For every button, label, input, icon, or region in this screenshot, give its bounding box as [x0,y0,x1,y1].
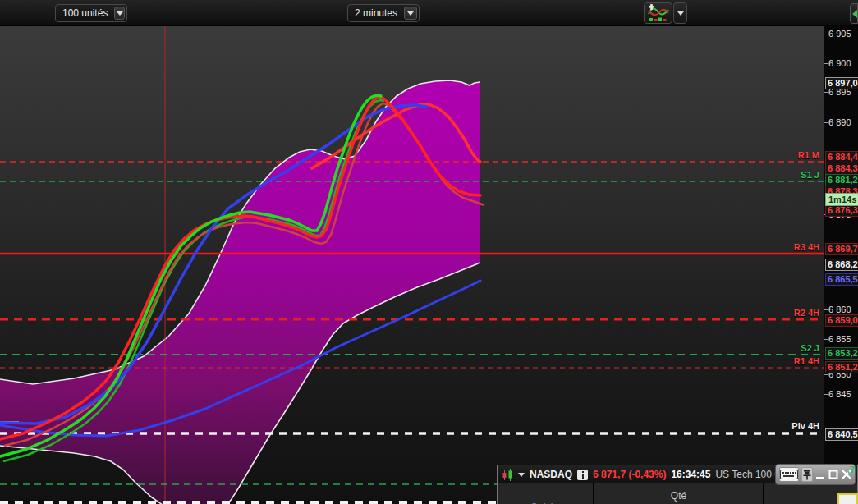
symbol-dropdown-icon[interactable] [518,473,525,477]
units-dropdown[interactable]: 100 unités [55,4,127,22]
level-label-r34h: R3 4H [770,242,819,252]
info-icon[interactable] [577,470,588,480]
top-toolbar: 100 unités 2 minutes [0,0,858,26]
quote-price-change: 6 871,7 (-0,43%) [593,469,666,480]
price-marker-r1m: 6 884,4 [825,151,858,163]
chart-style-button[interactable] [644,2,672,24]
price-marker-red2: 6 884,3 [825,163,858,175]
highlighted-cell-fragment [837,493,858,504]
price-marker-r14h: 6 851,2 [825,361,858,373]
axis-tick: 6 855 [828,334,858,344]
level-label-r1m: R1 M [770,150,819,160]
qty-column-header: Qté [594,483,763,504]
indicator-chart-icon [647,4,670,22]
chart-style-dropdown-button[interactable] [673,2,687,24]
candlestick-icon [502,469,513,481]
price-marker-s2j: 6 853,2 [825,347,858,360]
chevron-down-icon [117,11,123,16]
trading-platform-window: R1 M S1 J R3 4H R2 4H S2 J R1 4H Piv 4H … [0,0,858,504]
timeframe-dropdown-value: 2 minutes [348,7,404,19]
minimize-icon [815,470,825,479]
price-marker-red4: 6 876,3 [825,204,858,217]
price-marker-lower-band: 6 868,2 [825,259,858,271]
chevron-down-icon [677,11,684,16]
timeframe-dropdown[interactable]: 2 minutes [347,4,420,22]
collapse-panel-button[interactable] [850,3,858,24]
price-marker-s1j: 6 881,2 [825,174,858,186]
quote-window[interactable]: NASDAQ 6 871,7 (-0,43%) 16:34:45 US Tech… [497,465,858,504]
level-label-r14h: R1 4H [770,356,819,366]
level-label-s1j: S1 J [770,170,819,180]
pin-button[interactable] [801,467,813,482]
level-label-piv4h: Piv 4H [770,421,819,431]
units-dropdown-button[interactable] [114,7,125,20]
price-marker-blue-ma: 6 865,5 [825,273,858,286]
order-table-col-left[interactable]: Quick [498,483,593,504]
price-marker-r24h: 6 859,0 [825,314,858,327]
axis-tick: 6 860 [828,305,858,314]
price-axis[interactable]: 6 905 6 900 6 895 6 890 6 875 6 860 6 85… [824,26,858,504]
price-marker-piv4h: 6 840,5 [825,428,858,441]
chart-area[interactable]: R1 M S1 J R3 4H R2 4H S2 J R1 4H Piv 4H [0,26,824,504]
timeframe-dropdown-button[interactable] [404,7,417,20]
candle-countdown-badge: 1m14s [825,193,858,206]
price-marker-r34h: 6 869,7 [825,243,858,255]
keyboard-icon [780,470,798,479]
price-fragment-text: ,7 [847,465,855,474]
units-dropdown-value: 100 unités [56,7,114,19]
symbol-name[interactable]: NASDAQ [530,469,572,480]
maximize-icon [828,470,838,479]
axis-tick: 6 890 [828,117,858,127]
level-label-s2j: S2 J [770,343,819,353]
axis-tick: 6 845 [828,389,858,399]
pin-icon [802,469,812,480]
quote-time: 16:34:45 [671,469,710,480]
axis-tick: 6 900 [828,58,858,68]
maximize-button[interactable] [828,467,839,482]
window-controls [775,464,856,485]
band-area [0,80,480,504]
minimize-button[interactable] [815,467,826,482]
price-marker-upper-band: 6 897,0 [825,77,858,89]
level-label-r24h: R2 4H [770,308,819,318]
chart-canvas [0,26,824,504]
axis-tick: 6 905 [828,29,858,39]
keyboard-button[interactable] [779,467,799,482]
chevron-down-icon [407,11,414,16]
order-table: Quick Qté [498,483,857,504]
arrow-left-icon [852,10,857,18]
